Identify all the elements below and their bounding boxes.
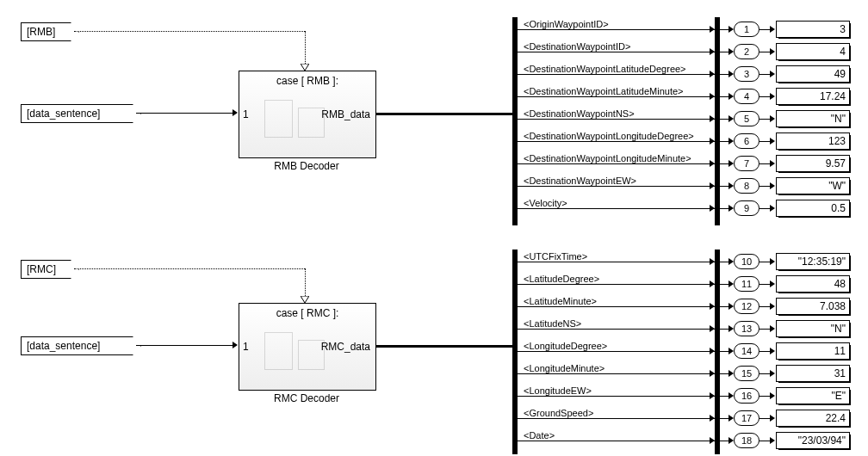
arrow-right-icon [710, 48, 715, 55]
outport[interactable]: 16 [734, 388, 760, 404]
display-block[interactable]: 11 [777, 343, 849, 359]
arrow-right-icon [770, 437, 775, 444]
signal-line [518, 163, 715, 164]
outport[interactable]: 7 [734, 156, 760, 171]
signal-line [518, 96, 715, 97]
arrow-right-icon [770, 160, 775, 167]
arrow-right-icon [770, 392, 775, 399]
arrow-right-icon [770, 325, 775, 332]
arrow-right-icon [770, 303, 775, 310]
arrow-right-icon [710, 205, 715, 212]
arrow-right-icon [770, 415, 775, 422]
arrow-right-icon [770, 348, 775, 354]
display-block[interactable]: "12:35:19" [777, 254, 849, 269]
display-block[interactable]: "E" [777, 388, 849, 404]
display-block[interactable]: "23/03/94" [777, 433, 849, 448]
signal-line [518, 208, 715, 209]
display-block[interactable]: 123 [777, 133, 849, 149]
signal-line [518, 418, 715, 419]
signal-label: <Date> [524, 430, 555, 441]
arrow-right-icon [770, 115, 775, 122]
signal-label: <DestinationWaypointLatitudeMinute> [524, 86, 684, 96]
signal-label: <LongitudeMinute> [524, 363, 604, 373]
outport[interactable]: 11 [734, 276, 760, 292]
signal-line [518, 284, 715, 285]
arrow-right-icon [710, 93, 715, 100]
arrow-right-icon [710, 160, 715, 167]
signal-label: <GroundSpeed> [524, 408, 593, 418]
signal-label: <DestinationWaypointID> [524, 41, 630, 52]
arrow-right-icon [770, 280, 775, 287]
arrow-right-icon [770, 182, 775, 189]
signal-label: <LatitudeMinute> [524, 296, 597, 306]
display-block[interactable]: "W" [777, 178, 849, 194]
outport[interactable]: 18 [734, 433, 760, 448]
display-block[interactable]: 22.4 [777, 410, 849, 426]
outport[interactable]: 2 [734, 44, 760, 59]
signal-line [518, 52, 715, 52]
arrow-right-icon [710, 115, 715, 122]
signal-line [518, 329, 715, 330]
arrow-right-icon [710, 258, 715, 265]
arrow-right-icon [710, 182, 715, 189]
signal-label: <DestinationWaypointEW> [524, 176, 636, 186]
outport[interactable]: 9 [734, 200, 760, 216]
display-block[interactable]: 9.57 [777, 156, 849, 171]
arrow-right-icon [710, 138, 715, 145]
arrow-right-icon [710, 415, 715, 422]
outport[interactable]: 14 [734, 343, 760, 359]
arrow-right-icon [710, 71, 715, 77]
signal-label: <OriginWaypointID> [524, 19, 609, 29]
arrow-right-icon [770, 71, 775, 77]
display-block[interactable]: 17.24 [777, 89, 849, 104]
display-block[interactable]: 31 [777, 366, 849, 381]
display-block[interactable]: "N" [777, 111, 849, 126]
signal-label: <LatitudeDegree> [524, 274, 599, 284]
display-block[interactable]: 3 [777, 22, 849, 37]
outport[interactable]: 5 [734, 111, 760, 126]
signal-label: <DestinationWaypointLongitudeDegree> [524, 131, 694, 141]
arrow-right-icon [710, 392, 715, 399]
signal-line [518, 306, 715, 307]
outport[interactable]: 17 [734, 410, 760, 426]
signal-line [518, 186, 715, 187]
outport[interactable]: 6 [734, 133, 760, 149]
arrow-right-icon [710, 437, 715, 444]
outport[interactable]: 10 [734, 254, 760, 269]
display-block[interactable]: 4 [777, 44, 849, 59]
signal-label: <DestinationWaypointLatitudeDegree> [524, 64, 686, 74]
display-block[interactable]: "N" [777, 321, 849, 336]
signal-label: <DestinationWaypointLongitudeMinute> [524, 153, 691, 163]
signal-line [518, 119, 715, 120]
outport[interactable]: 8 [734, 178, 760, 194]
signal-label: <Velocity> [524, 198, 567, 208]
display-block[interactable]: 0.5 [777, 200, 849, 216]
outport[interactable]: 13 [734, 321, 760, 336]
arrow-right-icon [770, 48, 775, 55]
display-block[interactable]: 48 [777, 276, 849, 292]
outport[interactable]: 15 [734, 366, 760, 381]
arrow-right-icon [710, 303, 715, 310]
signal-line [518, 373, 715, 374]
arrow-right-icon [770, 93, 775, 100]
arrow-right-icon [710, 280, 715, 287]
signal-line [518, 396, 715, 397]
arrow-right-icon [710, 26, 715, 33]
arrow-right-icon [770, 258, 775, 265]
arrow-right-icon [770, 138, 775, 145]
outport[interactable]: 3 [734, 66, 760, 82]
signal-line [518, 441, 715, 441]
outport[interactable]: 1 [734, 22, 760, 37]
signal-label: <LongitudeEW> [524, 385, 592, 396]
signal-line [518, 74, 715, 75]
outport[interactable]: 12 [734, 299, 760, 314]
display-block[interactable]: 7.038 [777, 299, 849, 314]
arrow-right-icon [770, 370, 775, 377]
signal-label: <DestinationWaypointNS> [524, 108, 635, 119]
arrow-right-icon [710, 325, 715, 332]
outport[interactable]: 4 [734, 89, 760, 104]
arrow-right-icon [770, 26, 775, 33]
signal-label: <LatitudeNS> [524, 318, 581, 329]
display-block[interactable]: 49 [777, 66, 849, 82]
arrow-right-icon [710, 348, 715, 354]
